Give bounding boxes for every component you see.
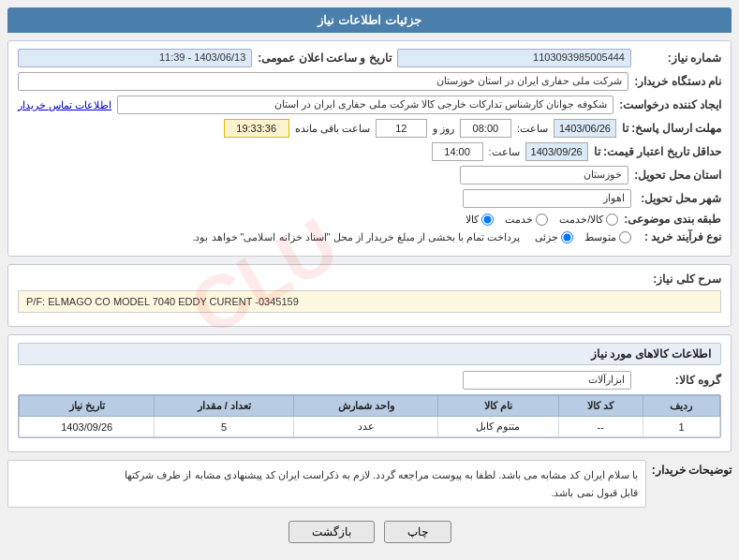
row-city: شهر محل تحویل: اهواز [18, 189, 721, 208]
back-button[interactable]: بازگشت [288, 521, 375, 543]
price-date: 1403/09/26 [525, 142, 588, 161]
info-section: شماره نیاز: 1103093985005444 تاریخ و ساع… [7, 40, 732, 257]
response-time: 08:00 [460, 119, 511, 138]
purchase-radio-jozee[interactable] [561, 231, 573, 243]
buyer-name-label: نام دستگاه خریدار: [634, 75, 721, 88]
purchase-radio-group: متوسط جزئی [535, 231, 631, 243]
city-value: اهواز [463, 189, 631, 208]
category-label: طبقه بندی موضوعی: [624, 213, 721, 226]
category-option-kala[interactable]: کالا [466, 214, 494, 226]
product-desc-label: سرح کلی نیاز: [637, 273, 721, 286]
table-cell-unit: عدد [293, 417, 437, 437]
purchase-radio-motevaset[interactable] [619, 231, 631, 243]
goods-table: ردیف کد کالا نام کالا واحد شمارش تعداد /… [19, 395, 720, 437]
row-goods-group: گروه کالا: ابزارآلات [18, 371, 721, 390]
buyer-note-label: توضیحات خریدار: [652, 460, 732, 508]
row-need-number: شماره نیاز: 1103093985005444 تاریخ و ساع… [18, 49, 721, 67]
price-deadline-label: حداقل تاریخ اعتبار قیمت: تا [594, 145, 721, 158]
price-time-label: ساعت: [489, 146, 520, 158]
category-radio-kala-khedmat[interactable] [606, 214, 618, 226]
row-purchase-type: نوع فرآیند خرید : متوسط جزئی پرداخت تمام… [18, 230, 721, 243]
category-option-kala-khedmat[interactable]: کالا/خدمت [559, 214, 618, 226]
response-time-label: ساعت: [517, 123, 548, 135]
purchase-type-label: نوع فرآیند خرید : [637, 230, 721, 243]
product-desc-value: P/F: ELMAGO CO MODEL 7040 EDDY CURENT -0… [18, 290, 721, 313]
response-days: 12 [376, 119, 427, 138]
goods-section-title: اطلاعات کالاهای مورد نیاز [18, 343, 721, 365]
need-number-value: 1103093985005444 [397, 49, 631, 67]
province-label: استان محل تحویل: [634, 169, 721, 182]
buyer-name-value: شرکت ملی حفاری ایران در استان خوزستان [18, 72, 628, 91]
goods-section: اطلاعات کالاهای مورد نیاز گروه کالا: ابز… [7, 334, 732, 452]
row-response-deadline: مهلت ارسال پاسخ: تا 1403/06/26 ساعت: 08:… [18, 119, 721, 138]
province-value: خوزستان [460, 166, 628, 184]
purchase-option-jozee[interactable]: جزئی [535, 231, 573, 243]
table-header-row: ردیف کد کالا نام کالا واحد شمارش تعداد /… [20, 396, 720, 417]
table-cell-name: متنوم کابل [438, 417, 558, 437]
col-header-date: تاریخ نیاز [20, 396, 155, 417]
print-button[interactable]: چاپ [384, 521, 451, 543]
row-creator: ایجاد کننده درخواست: شکوفه جوانان کارشنا… [18, 96, 721, 114]
contact-link[interactable]: اطلاعات تماس خریدار [18, 99, 111, 111]
table-cell-date: 1403/09/26 [20, 417, 155, 437]
table-cell-code: -- [558, 417, 643, 437]
col-header-qty: تعداد / مقدار [155, 396, 294, 417]
goods-group-label: گروه کالا: [637, 374, 721, 387]
category-radio-khedmat[interactable] [536, 214, 548, 226]
response-date: 1403/06/26 [554, 119, 616, 138]
city-label: شهر محل تحویل: [637, 192, 721, 205]
price-time: 14:00 [432, 142, 483, 161]
page-header: جزئیات اطلاعات نیاز [7, 7, 732, 33]
row-product-desc-label: سرح کلی نیاز: [18, 273, 721, 286]
date-label: تاریخ و ساعت اعلان عمومی: [258, 52, 391, 65]
response-remaining: 19:33:36 [224, 119, 289, 138]
response-day-label: روز و [433, 123, 454, 135]
row-category: طبقه بندی موضوعی: کالا/خدمت خدمت کالا [18, 213, 721, 226]
purchase-option-motevaset[interactable]: متوسط [584, 231, 631, 243]
col-header-code: کد کالا [558, 396, 643, 417]
purchase-note: پرداخت تمام با بخشی از مبلغ خریدار از مح… [192, 231, 520, 243]
col-header-unit: واحد شمارش [293, 396, 437, 417]
buyer-note-section: توضیحات خریدار: با سلام ایران کد مشابه م… [7, 460, 732, 508]
col-header-name: نام کالا [438, 396, 558, 417]
category-radio-group: کالا/خدمت خدمت کالا [466, 214, 618, 226]
need-number-label: شماره نیاز: [637, 52, 721, 65]
goods-group-value: ابزارآلات [463, 371, 631, 390]
creator-value: شکوفه جوانان کارشناس تدارکات خارجی کالا … [117, 96, 613, 114]
creator-label: ایجاد کننده درخواست: [619, 98, 721, 111]
footer-buttons: چاپ بازگشت [7, 515, 732, 547]
response-remaining-label: ساعت باقی مانده [295, 123, 370, 135]
table-cell-row: 1 [643, 417, 719, 437]
product-desc-section: سرح کلی نیاز: P/F: ELMAGO CO MODEL 7040 … [7, 264, 732, 327]
buyer-note-box: با سلام ایران کد مشابه می باشد. لطفا به … [7, 460, 646, 508]
row-province: استان محل تحویل: خوزستان [18, 166, 721, 184]
date-value: 1403/06/13 - 11:39 [18, 49, 252, 67]
row-price-deadline: حداقل تاریخ اعتبار قیمت: تا 1403/09/26 س… [18, 142, 721, 161]
buyer-note-line2: قابل قبول نمی باشد. [16, 484, 638, 502]
col-header-row: ردیف [643, 396, 719, 417]
buyer-note-line1: با سلام ایران کد مشابه می باشد. لطفا به … [16, 466, 638, 484]
table-cell-qty: 5 [155, 417, 294, 437]
table-row: 1--متنوم کابلعدد51403/09/26 [20, 417, 720, 437]
response-deadline-label: مهلت ارسال پاسخ: تا [622, 122, 721, 135]
category-radio-kala[interactable] [481, 214, 494, 226]
row-buyer-name: نام دستگاه خریدار: شرکت ملی حفاری ایران … [18, 72, 721, 91]
category-option-khedmat[interactable]: خدمت [505, 214, 548, 226]
goods-table-container: ردیف کد کالا نام کالا واحد شمارش تعداد /… [18, 394, 721, 438]
